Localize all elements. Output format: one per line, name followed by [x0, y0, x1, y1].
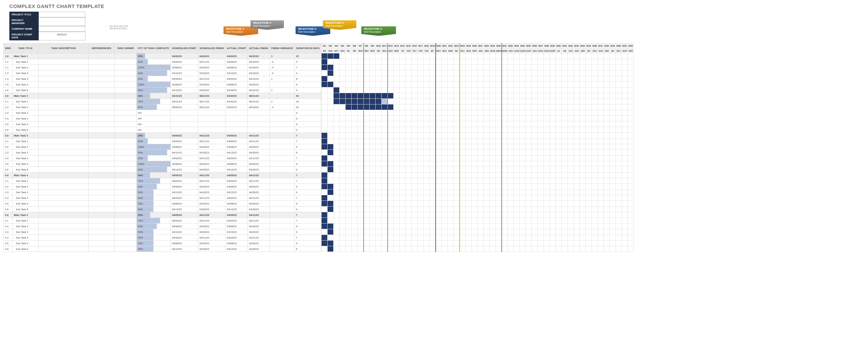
date-header: 3/11	[616, 49, 621, 53]
gantt-row	[321, 229, 633, 235]
date-header: 1/22	[574, 49, 580, 53]
task-row[interactable]: 2.2 Sub Task 2 60% 05/05/2306/21/23 05/0…	[4, 104, 321, 110]
week-header: W44	[580, 43, 585, 49]
task-row[interactable]: 1.4 Sub Task 4 33% 04/03/2304/11/23 04/0…	[4, 76, 321, 82]
gantt-row	[321, 155, 633, 161]
date-header: 1/15	[567, 49, 574, 53]
task-row[interactable]: 3.2 Sub Task 2 100% 04/08/2304/20/23 04/…	[4, 144, 321, 150]
date-header: 12/25	[550, 49, 555, 53]
task-row[interactable]: 3.4 Sub Task 4 33% 04/03/2304/11/23 04/0…	[4, 155, 321, 161]
gantt-row	[321, 99, 633, 104]
task-row[interactable]: 4.5 Sub Task 5 50% 04/08/2304/20/23 04/0…	[4, 201, 321, 207]
task-row[interactable]: 4.6 Sub Task 6 50% 04/13/2304/20/23 04/1…	[4, 246, 321, 252]
week-header: W2	[327, 43, 333, 49]
task-row[interactable]: 1.0 Main Task 1 25% 04/03/2304/20/23 04/…	[4, 53, 321, 59]
proj-info-value[interactable]	[39, 12, 85, 17]
task-row[interactable]: 4.3 Sub Task 3 50% 04/13/2304/20/23 04/1…	[4, 229, 321, 235]
task-row[interactable]: 3.5 Sub Task 5 100% 04/08/2304/20/23 04/…	[4, 161, 321, 167]
date-header: 5/29	[369, 49, 375, 53]
task-row[interactable]: 4.1 Sub Task 1 70% 04/03/2304/11/23 04/0…	[4, 218, 321, 223]
task-row[interactable]: 3.6 Sub Task 6 90% 04/13/2304/20/23 04/1…	[4, 167, 321, 173]
task-row[interactable]: 1.1 Sub Task 1 33% 04/03/2304/11/23 04/0…	[4, 59, 321, 65]
week-header: W1	[321, 43, 327, 49]
date-header: 6/5	[375, 49, 381, 53]
week-header: W50	[616, 43, 621, 49]
task-row[interactable]: 2.4 Sub Task 4 0% 0	[4, 116, 321, 121]
week-header: W38	[544, 43, 550, 49]
task-row[interactable]: 2.3 Sub Task 3 0% 0	[4, 110, 321, 116]
week-header: W31	[501, 43, 507, 49]
week-header: W29	[489, 43, 495, 49]
task-row[interactable]: 4.2 Sub Task 2 60% 04/08/2304/20/23 04/0…	[4, 223, 321, 229]
gantt-row	[321, 70, 633, 76]
task-row[interactable]: 1.5 Sub Task 5 100% 04/08/2304/20/23 04/…	[4, 82, 321, 87]
date-header: 12/11	[537, 49, 544, 53]
date-header: 8/14	[435, 49, 441, 53]
task-row[interactable]: 4.2 Sub Task 2 60% 04/08/2304/20/23 04/0…	[4, 184, 321, 189]
task-grid[interactable]: WBSTASK TITLE TASK DESCRIPTIONDEPENDENCI…	[3, 43, 321, 252]
date-header: 2/5	[585, 49, 591, 53]
task-row[interactable]: 4.3 Sub Task 3 50% 04/13/2304/20/23 04/1…	[4, 189, 321, 195]
week-header: W5	[345, 43, 351, 49]
date-header: 10/16	[489, 49, 495, 53]
week-header: W8	[363, 43, 369, 49]
date-header: 3/18	[621, 49, 627, 53]
task-row[interactable]: 2.0 Main Task 2 40% 04/21/2306/21/23 04/…	[4, 93, 321, 99]
task-row[interactable]: 4.5 Sub Task 5 50% 04/08/2304/20/23 04/0…	[4, 241, 321, 246]
date-header: 3/25	[627, 49, 633, 53]
date-header: 2/26	[603, 49, 610, 53]
gantt-row	[321, 184, 633, 189]
proj-info-value[interactable]	[39, 17, 85, 26]
date-header: 1/1	[555, 49, 561, 53]
date-header: 4/17	[333, 49, 339, 53]
date-header: 5/8	[351, 49, 357, 53]
gantt-row	[321, 178, 633, 184]
gantt-row	[321, 167, 633, 173]
task-row[interactable]: 4.0 Main Task 4 40% 04/03/2304/11/23 04/…	[4, 173, 321, 178]
proj-info-label: PROJECT TITLE	[9, 12, 39, 17]
week-header: W37	[537, 43, 544, 49]
task-row[interactable]: 4.1 Sub Task 1 70% 04/03/2304/11/23 04/0…	[4, 178, 321, 184]
date-header: 1/8	[561, 49, 567, 53]
gantt-row	[321, 223, 633, 229]
task-row[interactable]: 2.1 Sub Task 1 70% 04/21/2306/17/23 04/2…	[4, 99, 321, 104]
date-header: 7/10	[405, 49, 411, 53]
gantt-row	[321, 218, 633, 223]
date-header: 1/29	[580, 49, 585, 53]
task-row[interactable]: 4.4 Sub Task 4 50% 04/03/2304/11/23 04/0…	[4, 195, 321, 201]
task-row[interactable]: 4.6 Sub Task 6 50% 04/13/2304/20/23 04/1…	[4, 207, 321, 212]
task-row[interactable]: 1.3 Sub Task 3 90% 04/13/2304/20/23 04/1…	[4, 70, 321, 76]
week-header: W24	[459, 43, 465, 49]
task-row[interactable]: 3.3 Sub Task 3 90% 04/13/2304/20/23 04/1…	[4, 150, 321, 155]
week-header: W30	[495, 43, 501, 49]
date-header: 9/18	[465, 49, 471, 53]
week-header: W52	[627, 43, 633, 49]
week-header: W6	[351, 43, 357, 49]
week-header: W7	[357, 43, 363, 49]
task-row[interactable]: 4.4 Sub Task 4 50% 04/03/2304/11/23 04/0…	[4, 235, 321, 241]
date-header: 7/31	[423, 49, 429, 53]
task-row[interactable]: 2.5 Sub Task 5 0% 0	[4, 121, 321, 127]
week-header: W15	[405, 43, 411, 49]
date-header: 6/12	[381, 49, 387, 53]
task-row[interactable]: 2.6 Sub Task 6 0% 0	[4, 127, 321, 133]
week-header: W19	[429, 43, 435, 49]
week-header: W12	[387, 43, 393, 49]
date-header: 9/4	[453, 49, 459, 53]
task-row[interactable]: 3.0 Main Task 3 25% 04/03/2304/11/23 04/…	[4, 133, 321, 139]
date-header: 6/19	[387, 49, 393, 53]
date-header: 7/24	[417, 49, 423, 53]
task-row[interactable]: 4.0 Main Task 4 40% 04/03/2304/11/23 04/…	[4, 212, 321, 218]
gantt-row	[321, 110, 633, 116]
task-row[interactable]: 1.2 Sub Task 2 100% 04/08/2304/20/23 04/…	[4, 65, 321, 70]
date-header: 11/20	[519, 49, 525, 53]
week-header: W41	[561, 43, 567, 49]
week-header: W28	[484, 43, 489, 49]
week-header: W49	[610, 43, 616, 49]
task-row[interactable]: 1.6 Sub Task 6 90% 04/13/2304/20/23 04/1…	[4, 87, 321, 93]
task-row[interactable]: 3.1 Sub Task 1 33% 04/03/2304/11/23 04/0…	[4, 139, 321, 144]
gantt-row	[321, 116, 633, 121]
gantt-chart[interactable]: W1W2W3W4W5W6W7W8W9W10W11W12W13W14W15W16W…	[321, 43, 634, 252]
gantt-row	[321, 207, 633, 212]
week-header: W33	[514, 43, 519, 49]
